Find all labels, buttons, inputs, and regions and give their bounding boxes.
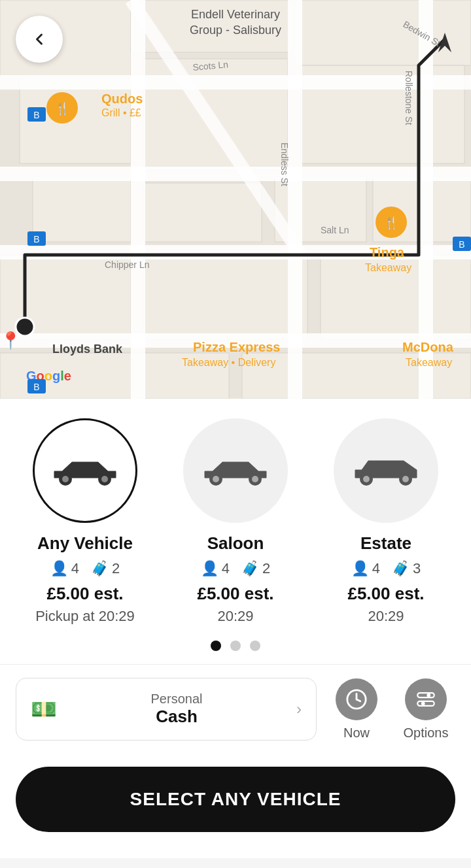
svg-point-62 bbox=[213, 476, 219, 482]
passenger-count-saloon: 👤 4 bbox=[201, 560, 230, 577]
svg-text:Takeaway: Takeaway bbox=[365, 262, 411, 273]
options-control-button[interactable]: Options bbox=[396, 678, 455, 741]
vehicle-card-saloon[interactable]: Saloon 👤 4 🧳 2 £5.00 est. 20:29 bbox=[164, 418, 307, 625]
svg-rect-3 bbox=[294, 0, 471, 65]
svg-text:Rollestone St: Rollestone St bbox=[404, 71, 414, 125]
bag-icon: 🧳 bbox=[91, 560, 109, 577]
svg-point-68 bbox=[402, 476, 409, 482]
passenger-count-estate: 👤 4 bbox=[351, 560, 380, 577]
person-icon: 👤 bbox=[351, 560, 369, 577]
svg-text:B: B bbox=[33, 110, 39, 120]
svg-rect-17 bbox=[0, 167, 471, 181]
svg-text:B: B bbox=[459, 239, 464, 250]
vehicle-price-estate: £5.00 est. bbox=[347, 584, 424, 604]
vehicle-price-saloon: £5.00 est. bbox=[197, 584, 273, 604]
estate-icon bbox=[350, 453, 422, 489]
svg-rect-8 bbox=[144, 183, 262, 242]
vehicle-icon-saloon bbox=[183, 418, 288, 523]
vehicle-time-estate: 20:29 bbox=[368, 608, 404, 625]
svg-point-60 bbox=[101, 476, 108, 482]
vehicle-stats-estate: 👤 4 🧳 3 bbox=[351, 560, 421, 577]
vehicle-icon-any bbox=[33, 418, 137, 523]
saloon-icon bbox=[200, 453, 271, 489]
svg-text:Lloyds Bank: Lloyds Bank bbox=[52, 342, 123, 356]
clock-icon bbox=[345, 688, 368, 710]
svg-text:🍴: 🍴 bbox=[384, 216, 399, 230]
vehicle-name-saloon: Saloon bbox=[207, 533, 264, 554]
chevron-right-icon: › bbox=[296, 700, 302, 718]
vehicle-card-estate[interactable]: Estate 👤 4 🧳 3 £5.00 est. 20:29 bbox=[314, 418, 458, 625]
svg-text:Takeaway • Delivery: Takeaway • Delivery bbox=[182, 357, 275, 368]
bottom-controls: 💵 Personal Cash › Now Options bbox=[0, 664, 471, 754]
svg-point-64 bbox=[252, 476, 258, 482]
vehicle-cards: Any Vehicle 👤 4 🧳 2 £5.00 est. Pickup at… bbox=[13, 418, 458, 625]
payment-value: Cash bbox=[69, 707, 285, 727]
svg-point-66 bbox=[363, 476, 370, 482]
vehicle-stats-saloon: 👤 4 🧳 2 bbox=[201, 560, 271, 577]
svg-rect-21 bbox=[288, 0, 302, 399]
passenger-count-any: 👤 4 bbox=[50, 560, 79, 577]
dot-2[interactable] bbox=[230, 641, 241, 651]
bag-count-estate: 🧳 3 bbox=[392, 560, 421, 577]
svg-point-73 bbox=[421, 701, 425, 705]
svg-text:Chipper Ln: Chipper Ln bbox=[105, 259, 150, 270]
options-control-label: Options bbox=[404, 726, 449, 741]
dot-3[interactable] bbox=[250, 641, 260, 651]
carousel-dots bbox=[13, 641, 458, 651]
toggle-icon bbox=[415, 688, 437, 710]
payment-text: Personal Cash bbox=[69, 692, 285, 727]
svg-rect-7 bbox=[33, 176, 131, 242]
dot-1[interactable] bbox=[211, 641, 221, 651]
payment-label: Personal bbox=[69, 692, 285, 707]
svg-text:Endell Veterinary: Endell Veterinary bbox=[191, 8, 280, 21]
svg-rect-12 bbox=[144, 255, 307, 340]
back-button[interactable] bbox=[16, 16, 63, 63]
vehicle-icon-estate bbox=[334, 418, 438, 523]
svg-text:Grill • ££: Grill • ££ bbox=[101, 107, 141, 118]
svg-rect-20 bbox=[131, 0, 145, 399]
vehicle-time-any: Pickup at 20:29 bbox=[35, 608, 135, 625]
vehicle-price-any: £5.00 est. bbox=[46, 584, 123, 604]
svg-text:McDona: McDona bbox=[402, 340, 454, 354]
bag-count-saloon: 🧳 2 bbox=[241, 560, 270, 577]
map-view: Google Scots Ln Endless St Chipper Ln Sa… bbox=[0, 0, 471, 399]
vehicle-stats-any: 👤 4 🧳 2 bbox=[50, 560, 120, 577]
select-vehicle-button[interactable]: SELECT ANY VEHICLE bbox=[16, 767, 455, 832]
vehicle-time-saloon: 20:29 bbox=[217, 608, 253, 625]
clock-icon-circle bbox=[336, 678, 377, 720]
cash-icon: 💵 bbox=[31, 697, 57, 722]
bag-count-any: 🧳 2 bbox=[91, 560, 120, 577]
time-control-label: Now bbox=[343, 726, 370, 741]
vehicle-name-estate: Estate bbox=[360, 533, 411, 554]
time-control-button[interactable]: Now bbox=[327, 678, 386, 741]
svg-text:📍: 📍 bbox=[0, 330, 22, 351]
vehicle-name-any: Any Vehicle bbox=[37, 533, 133, 554]
svg-rect-72 bbox=[417, 701, 434, 705]
svg-text:B: B bbox=[33, 382, 39, 392]
back-arrow-icon bbox=[30, 30, 48, 48]
svg-text:Salt Ln: Salt Ln bbox=[321, 225, 349, 235]
svg-text:Group - Salisbury: Group - Salisbury bbox=[190, 24, 281, 37]
svg-text:Pizza Express: Pizza Express bbox=[193, 340, 280, 354]
sedan-icon bbox=[49, 453, 121, 489]
svg-text:B: B bbox=[33, 234, 39, 244]
svg-rect-16 bbox=[0, 75, 471, 90]
select-button-wrapper: SELECT ANY VEHICLE bbox=[0, 754, 471, 858]
svg-point-58 bbox=[62, 476, 69, 482]
bag-icon: 🧳 bbox=[392, 560, 410, 577]
toggle-icon-circle bbox=[405, 678, 447, 720]
bag-icon: 🧳 bbox=[241, 560, 259, 577]
svg-text:Endless St: Endless St bbox=[279, 142, 290, 186]
svg-point-71 bbox=[427, 693, 430, 697]
svg-text:Tinga: Tinga bbox=[370, 245, 405, 259]
payment-button[interactable]: 💵 Personal Cash › bbox=[16, 678, 317, 741]
svg-text:🍴: 🍴 bbox=[55, 101, 70, 116]
vehicle-card-any[interactable]: Any Vehicle 👤 4 🧳 2 £5.00 est. Pickup at… bbox=[13, 418, 157, 625]
svg-text:Qudos: Qudos bbox=[101, 92, 143, 106]
svg-rect-70 bbox=[417, 693, 434, 697]
person-icon: 👤 bbox=[50, 560, 68, 577]
svg-text:Takeaway: Takeaway bbox=[406, 357, 452, 368]
person-icon: 👤 bbox=[201, 560, 218, 577]
vehicle-selection: Any Vehicle 👤 4 🧳 2 £5.00 est. Pickup at… bbox=[0, 399, 471, 664]
